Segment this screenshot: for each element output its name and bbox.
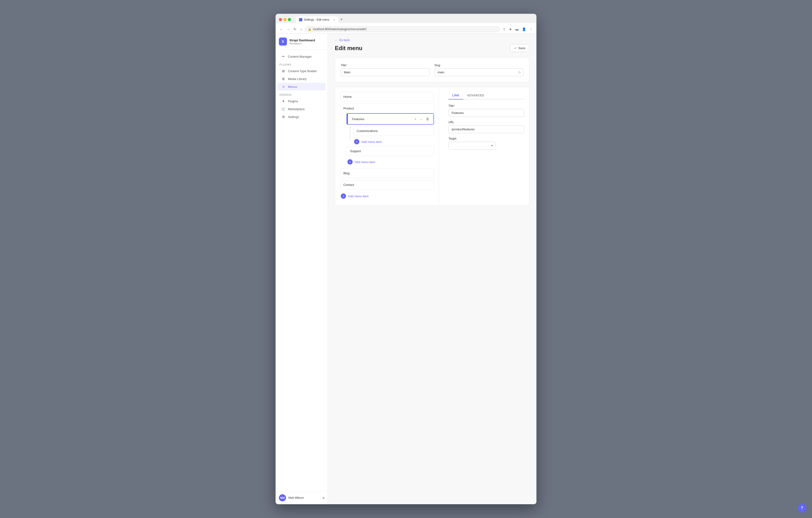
menu-item-contact-label: Contact: [343, 183, 430, 187]
home-nav-button[interactable]: ⌂: [299, 26, 303, 32]
add-sub-item-label: Add menu item: [361, 140, 382, 144]
sidebar-item-label: Settings: [288, 115, 299, 119]
detail-title-input[interactable]: [448, 109, 524, 117]
menu-item-home-label: Home: [343, 95, 430, 99]
menus-icon: ≡: [281, 85, 286, 88]
close-traffic-light[interactable]: [279, 18, 282, 21]
general-section-label: General: [276, 91, 327, 97]
menu-dots-button[interactable]: ⋮: [528, 26, 533, 32]
maximize-traffic-light[interactable]: [288, 18, 291, 21]
menu-item-blog-label: Blog: [343, 171, 430, 175]
slug-label: Slug: [434, 64, 523, 67]
brand-name: Strapi Dashboard: [289, 38, 315, 42]
lock-icon: 🔒: [308, 28, 311, 31]
bookmark-button[interactable]: ★: [508, 26, 513, 32]
tab-favicon: [299, 18, 302, 21]
reload-nav-button[interactable]: ↻: [293, 26, 297, 32]
menu-item-features-label: Features: [350, 117, 414, 121]
add-circle-icon: +: [354, 139, 359, 144]
sidebar-item-marketplace[interactable]: 🛒 Marketplace: [278, 105, 326, 113]
sidebar-item-content-type-builder[interactable]: ⊞ Content-Type Builder: [278, 67, 326, 75]
add-child-button[interactable]: +: [414, 116, 417, 121]
slug-input-wrapper: ↻: [434, 69, 523, 76]
title-label: Title*: [341, 64, 430, 67]
sidebar-item-plugins[interactable]: ✦ Plugins: [278, 97, 326, 105]
settings-icon: ⚙: [281, 115, 286, 119]
menu-item-customizations[interactable]: Customizations: [353, 126, 434, 136]
menu-item-features[interactable]: Features + ⌄ 🗑: [346, 113, 434, 125]
slug-form-group: Slug ↻: [434, 64, 523, 76]
plugins-section-label: Plugins: [276, 60, 327, 67]
add-root-menu-item-button[interactable]: + Add menu item: [340, 192, 370, 200]
sidebar: S Strapi Dashboard Workplace ✏ Content M…: [276, 34, 328, 504]
sidebar-item-media-library[interactable]: ⊞ Media Library: [278, 75, 326, 83]
brand-logo-text: S: [282, 39, 284, 44]
menu-item-support[interactable]: Support: [346, 146, 434, 156]
user-name: Matt Milburn: [288, 496, 320, 499]
user-initials: MM: [280, 496, 285, 499]
sidebar-collapse-button[interactable]: ◀: [322, 496, 324, 499]
detail-url-group: URL: [448, 120, 524, 133]
browser-tab[interactable]: Settings - Edit menu ×: [296, 17, 339, 23]
forward-nav-button[interactable]: →: [286, 26, 291, 32]
plugins-icon: ✦: [281, 99, 286, 103]
menu-item-product[interactable]: Product: [340, 104, 434, 113]
detail-tabs: Link Advanced: [448, 92, 524, 100]
menu-item-product-label: Product: [343, 107, 430, 110]
media-library-icon: ⊞: [281, 77, 286, 81]
detail-url-input[interactable]: [448, 125, 524, 133]
sidebar-item-label: Content-Type Builder: [288, 69, 317, 73]
page-title: Edit menu: [335, 45, 362, 52]
sidebar-footer: MM Matt Milburn ◀: [276, 491, 327, 504]
title-form-group: Title*: [341, 64, 430, 76]
add-product-child-button[interactable]: + Add menu item: [346, 157, 376, 166]
collapse-button[interactable]: ⌄: [419, 116, 424, 121]
detail-title-label: Title*: [448, 104, 524, 108]
user-avatar: MM: [279, 494, 286, 501]
delete-button[interactable]: 🗑: [425, 116, 430, 121]
tab-link[interactable]: Link: [448, 92, 463, 100]
add-root-circle-icon: +: [341, 193, 346, 199]
extensions-button[interactable]: ▬: [514, 26, 520, 32]
menu-item-blog[interactable]: Blog: [340, 168, 434, 178]
sidebar-item-label: Content Manager: [288, 55, 312, 58]
slug-input[interactable]: [434, 69, 523, 76]
minimize-traffic-light[interactable]: [283, 18, 287, 21]
tab-advanced[interactable]: Advanced: [463, 92, 488, 100]
save-button[interactable]: ✓ Save: [510, 44, 529, 52]
check-icon: ✓: [514, 46, 517, 50]
detail-target-select[interactable]: _blank _self: [448, 142, 496, 149]
sidebar-item-label: Plugins: [288, 100, 298, 103]
back-link-text: Go back: [339, 38, 350, 42]
menu-editor: Home Product Features + ⌄: [335, 87, 529, 206]
tab-close-button[interactable]: ×: [333, 18, 335, 22]
page-header: Edit menu ✓ Save: [335, 44, 529, 52]
sidebar-item-label: Media Library: [288, 77, 307, 81]
back-nav-button[interactable]: ←: [279, 26, 284, 32]
sidebar-item-settings[interactable]: ⚙ Settings: [278, 113, 326, 120]
sidebar-item-label: Marketplace: [288, 107, 305, 111]
brand-logo: S: [279, 37, 287, 46]
title-slug-form: Title* Slug ↻: [335, 58, 529, 82]
menu-detail-panel: Link Advanced Title* URL Target: [444, 87, 529, 206]
save-button-label: Save: [518, 46, 525, 50]
add-root-item-label: Add menu item: [348, 194, 369, 198]
share-button[interactable]: ⇧: [502, 26, 506, 32]
menu-item-contact[interactable]: Contact: [340, 180, 434, 190]
brand-text: Strapi Dashboard Workplace: [289, 38, 315, 45]
help-fab-button[interactable]: ?: [798, 504, 806, 512]
slug-refresh-button[interactable]: ↻: [518, 71, 521, 74]
menu-item-home[interactable]: Home: [340, 92, 434, 102]
new-tab-button[interactable]: +: [339, 16, 345, 23]
tab-title: Settings - Edit menu: [304, 18, 329, 21]
profile-button[interactable]: 👤: [521, 26, 527, 32]
detail-target-group: Target _blank _self: [448, 137, 524, 149]
back-link[interactable]: ← Go back: [335, 38, 350, 42]
add-product-item-label: Add menu item: [354, 160, 375, 164]
sidebar-item-menus[interactable]: ≡ Menus: [278, 83, 326, 90]
title-input[interactable]: [341, 69, 430, 76]
sidebar-item-content-manager[interactable]: ✏ Content Manager: [278, 53, 326, 60]
add-sub-menu-item-button[interactable]: + Add menu item: [353, 137, 383, 146]
sidebar-item-label: Menus: [288, 85, 297, 88]
address-bar[interactable]: 🔒 localhost:8000/admin/plugins/menus/edi…: [305, 26, 500, 32]
